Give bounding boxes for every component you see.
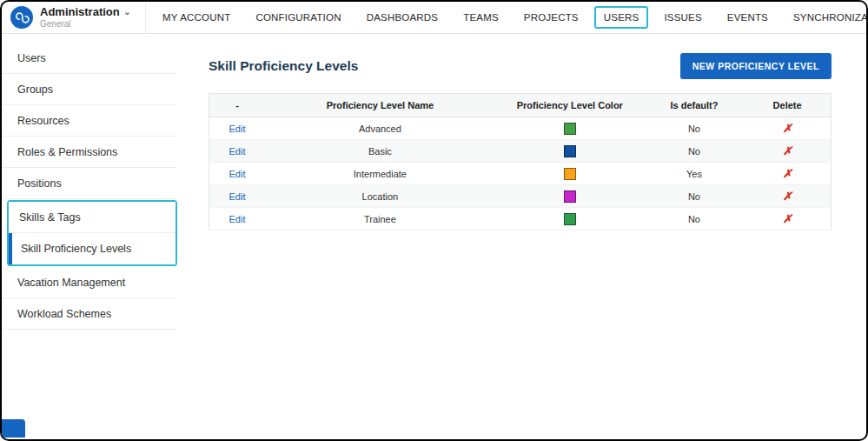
sidebar-item-roles-permissions[interactable]: Roles & Permissions [2, 137, 176, 168]
sidebar-item-vacation-management[interactable]: Vacation Management [2, 267, 176, 298]
chevron-down-icon: ⌄ [123, 6, 131, 17]
table-row: Edit Trainee No ✗ [209, 208, 832, 231]
nav-events[interactable]: EVENTS [718, 6, 778, 29]
admin-menu-dropdown[interactable]: Administration ⌄ General [10, 2, 146, 33]
sidebar-item-skill-proficiency-levels[interactable]: Skill Proficiency Levels [9, 233, 176, 264]
color-swatch [564, 123, 576, 135]
level-name: Basic [265, 140, 495, 163]
is-default-value: No [645, 117, 745, 140]
nav-dashboards[interactable]: DASHBOARDS [357, 6, 448, 29]
col-header-delete: Delete [744, 94, 831, 117]
top-nav-bar: Administration ⌄ General MY ACCOUNT CONF… [2, 2, 866, 34]
sidebar-item-resources[interactable]: Resources [2, 105, 176, 137]
color-swatch [564, 145, 576, 157]
sidebar-item-positions[interactable]: Positions [2, 168, 176, 199]
sidebar-item-skills-tags[interactable]: Skills & Tags [9, 202, 176, 233]
app-logo-icon [10, 6, 33, 29]
page-title: Skill Proficiency Levels [209, 58, 358, 74]
table-row: Edit Intermediate Yes ✗ [209, 163, 832, 185]
delete-icon[interactable]: ✗ [783, 212, 792, 225]
edit-link[interactable]: Edit [229, 169, 245, 179]
main-content: Skill Proficiency Levels NEW PROFICIENCY… [186, 34, 866, 439]
col-header-default: Is default? [645, 94, 745, 117]
level-name: Advanced [265, 117, 495, 140]
col-header-name: Proficiency Level Name [265, 94, 495, 117]
sidebar: Users Groups Resources Roles & Permissio… [2, 34, 186, 439]
chat-widget-fragment[interactable] [2, 419, 25, 438]
edit-link[interactable]: Edit [229, 124, 245, 134]
is-default-value: No [645, 140, 745, 163]
table-row: Edit Location No ✗ [209, 185, 832, 208]
edit-link[interactable]: Edit [229, 214, 245, 224]
sidebar-item-workload-schemes[interactable]: Workload Schemes [2, 298, 176, 330]
delete-icon[interactable]: ✗ [783, 144, 792, 157]
edit-link[interactable]: Edit [229, 191, 245, 202]
level-name: Intermediate [265, 163, 495, 185]
color-swatch [564, 190, 576, 203]
sidebar-item-users[interactable]: Users [2, 43, 176, 74]
content-header: Skill Proficiency Levels NEW PROFICIENCY… [209, 53, 832, 79]
table-row: Edit Advanced No ✗ [209, 117, 832, 140]
table-header-row: - Proficiency Level Name Proficiency Lev… [209, 94, 832, 117]
main-nav: MY ACCOUNT CONFIGURATION DASHBOARDS TEAM… [153, 6, 868, 29]
proficiency-table-wrap: - Proficiency Level Name Proficiency Lev… [209, 93, 832, 231]
is-default-value: No [645, 185, 745, 208]
col-header-edit: - [209, 94, 265, 117]
proficiency-table: - Proficiency Level Name Proficiency Lev… [209, 93, 832, 231]
delete-icon[interactable]: ✗ [783, 122, 792, 135]
new-proficiency-level-button[interactable]: NEW PROFICIENCY LEVEL [680, 53, 832, 79]
table-row: Edit Basic No ✗ [209, 140, 832, 163]
nav-synchronization[interactable]: SYNCHRONIZATION [784, 6, 868, 29]
color-swatch [564, 213, 576, 225]
level-name: Trainee [265, 208, 495, 231]
sidebar-active-group: Skills & Tags Skill Proficiency Levels [7, 200, 177, 266]
delete-icon[interactable]: ✗ [783, 167, 792, 180]
color-swatch [564, 168, 576, 180]
nav-users[interactable]: USERS [594, 6, 649, 29]
is-default-value: Yes [645, 163, 745, 185]
col-header-color: Proficiency Level Color [495, 94, 645, 117]
admin-menu-text: Administration ⌄ General [40, 6, 131, 28]
is-default-value: No [645, 208, 745, 231]
nav-configuration[interactable]: CONFIGURATION [246, 6, 350, 29]
sidebar-item-groups[interactable]: Groups [2, 74, 176, 105]
nav-projects[interactable]: PROJECTS [514, 6, 588, 29]
level-name: Location [265, 185, 495, 208]
admin-title: Administration [40, 6, 120, 18]
nav-teams[interactable]: TEAMS [454, 6, 508, 29]
page-body: Users Groups Resources Roles & Permissio… [2, 34, 866, 439]
nav-issues[interactable]: ISSUES [654, 6, 711, 29]
delete-icon[interactable]: ✗ [783, 190, 792, 203]
app-window: Administration ⌄ General MY ACCOUNT CONF… [0, 0, 868, 441]
admin-subtitle: General [40, 19, 131, 29]
edit-link[interactable]: Edit [229, 146, 245, 157]
nav-my-account[interactable]: MY ACCOUNT [153, 6, 240, 29]
